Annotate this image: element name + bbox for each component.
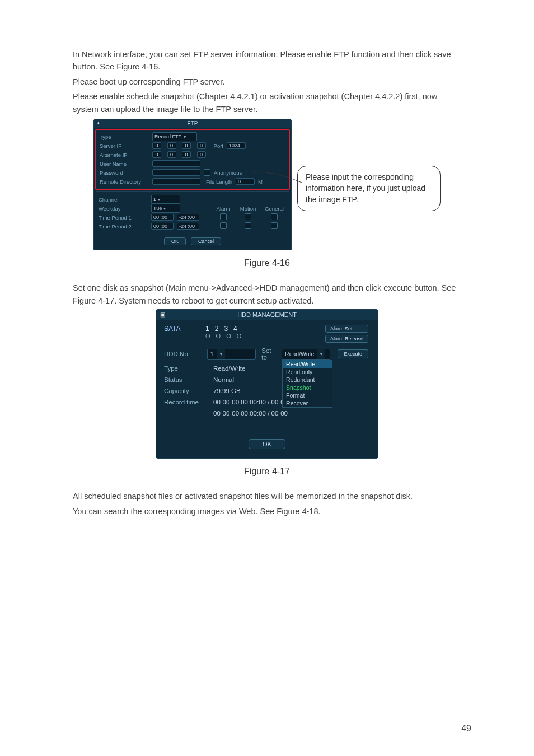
record-time-label: Record time <box>164 399 208 405</box>
user-name-label: User Name <box>100 161 149 167</box>
status-value: Normal <box>213 376 234 383</box>
tp1-alarm-checkbox[interactable] <box>220 213 227 220</box>
hdd-management-dialog: ▣ HDD MANAGEMENT SATA 1234 OOOO Al <box>156 309 378 459</box>
channel-select[interactable]: 1 <box>151 195 180 204</box>
password-input[interactable] <box>152 169 200 176</box>
server-ip-label: Server IP <box>100 143 149 149</box>
paragraph: Please boot up corresponding FTP server. <box>73 76 461 88</box>
sata-status-row: OOOO <box>205 333 247 339</box>
server-ip-octet-4[interactable]: 0 <box>197 142 206 149</box>
type-select[interactable]: Record FTP <box>152 132 197 141</box>
hdd-title-text: HDD MANAGEMENT <box>237 311 297 318</box>
set-to-dropdown[interactable]: Read/Write Read only Redundant Snapshot … <box>282 360 332 408</box>
ok-button[interactable]: OK <box>164 237 186 245</box>
weekday-select[interactable]: Tue <box>151 204 180 213</box>
figure-caption-4-17: Figure 4-17 <box>73 466 461 477</box>
tp1-from-input[interactable]: 00 :00 <box>151 214 174 221</box>
ftp-title-text: FTP <box>188 120 198 127</box>
tp2-alarm-checkbox[interactable] <box>220 222 227 229</box>
alt-ip-octet-2[interactable]: 0 <box>167 151 176 158</box>
port-input[interactable]: 1024 <box>227 142 246 149</box>
page-number: 49 <box>461 724 471 734</box>
hdd-icon: ▣ <box>158 311 166 318</box>
tp2-from-input[interactable]: 00 :00 <box>151 223 174 230</box>
type-label: Type <box>100 134 149 140</box>
cancel-button[interactable]: Cancel <box>191 237 221 245</box>
dropdown-option-snapshot[interactable]: Snapshot <box>283 384 332 391</box>
paragraph: You can search the corresponding images … <box>73 505 461 517</box>
password-label: Password <box>100 170 149 176</box>
capacity-value: 79.99 GB <box>213 388 241 394</box>
alarm-release-button[interactable]: Alarm Release <box>325 335 368 343</box>
figure-4-17: ▣ HDD MANAGEMENT SATA 1234 OOOO Al <box>73 309 461 459</box>
port-label: Port <box>214 143 223 149</box>
tp2-general-checkbox[interactable] <box>271 222 278 229</box>
alarm-set-button[interactable]: Alarm Set <box>325 325 368 333</box>
channel-label: Channel <box>99 197 148 203</box>
hdd-no-label: HDD No. <box>164 351 202 357</box>
figure-4-16: ✦ FTP Type Record FTP Server IP 0. 0. 0.… <box>73 119 461 250</box>
callout-annotation: Please input the corresponding informati… <box>297 166 441 211</box>
dropdown-option[interactable]: Recover <box>283 399 332 407</box>
alternate-ip-label: Alternate IP <box>100 152 149 158</box>
alarm-column: Alarm <box>213 206 234 212</box>
tp2-to-input[interactable]: -24 :00 <box>177 223 199 230</box>
figure-caption-4-16: Figure 4-16 <box>73 258 461 268</box>
status-label: Status <box>164 376 208 383</box>
server-ip-octet-3[interactable]: 0 <box>182 142 191 149</box>
time-period-1-label: Time Period 1 <box>99 214 148 221</box>
dropdown-option[interactable]: Redundant <box>283 376 332 384</box>
file-length-input[interactable]: 0 <box>236 178 255 185</box>
type-value: Read/Write <box>213 365 245 372</box>
time-period-2-label: Time Period 2 <box>99 223 148 230</box>
record-time-value-2: 00-00-00 00:00:00 / 00-00 <box>213 410 288 417</box>
ok-button[interactable]: OK <box>249 439 285 449</box>
tp1-motion-checkbox[interactable] <box>245 213 251 220</box>
tp2-motion-checkbox[interactable] <box>245 222 251 229</box>
capacity-label: Capacity <box>164 388 208 394</box>
anonymous-checkbox[interactable] <box>204 169 210 176</box>
set-to-select[interactable]: Read/Write▾ Read/Write Read only Redunda… <box>282 349 330 360</box>
tp1-general-checkbox[interactable] <box>271 213 278 220</box>
user-name-input[interactable] <box>152 160 200 167</box>
dropdown-option[interactable]: Format <box>283 391 332 399</box>
paragraph: Set one disk as snapshot (Main menu->Adv… <box>73 282 461 307</box>
record-time-value-1: 00-00-00 00:00:00 / 00-00 <box>213 399 288 405</box>
server-ip-octet-2[interactable]: 0 <box>167 142 176 149</box>
dropdown-option[interactable]: Read only <box>283 368 332 376</box>
type-label: Type <box>164 365 208 372</box>
remote-directory-label: Remote Directory <box>100 179 149 185</box>
sata-column-numbers: 1234 <box>205 325 247 333</box>
motion-column: Motion <box>237 206 259 212</box>
weekday-label: Weekday <box>99 206 148 212</box>
network-icon: ✦ <box>96 120 101 126</box>
hdd-no-select[interactable]: 1▾ <box>207 349 256 360</box>
execute-button[interactable]: Execute <box>338 349 368 358</box>
anonymous-label: Anonymous <box>214 170 242 176</box>
paragraph: In Network interface, you can set FTP se… <box>73 48 461 73</box>
set-to-label: Set to <box>261 347 276 361</box>
alt-ip-octet-4[interactable]: 0 <box>197 151 206 158</box>
remote-directory-input[interactable] <box>152 178 200 185</box>
alt-ip-octet-3[interactable]: 0 <box>182 151 191 158</box>
ftp-dialog-title: ✦ FTP <box>94 119 291 128</box>
tp1-to-input[interactable]: -24 :00 <box>177 214 199 221</box>
general-column: General <box>262 206 287 212</box>
paragraph: All scheduled snapshot files or activate… <box>73 490 461 502</box>
hdd-dialog-title: ▣ HDD MANAGEMENT <box>156 310 378 320</box>
callout-text: Please input the corresponding informati… <box>297 166 441 211</box>
server-ip-octet-1[interactable]: 0 <box>152 142 161 149</box>
paragraph: Please enable schedule snapshot (Chapter… <box>73 90 461 115</box>
sata-label: SATA <box>164 325 198 333</box>
file-length-label: File Length <box>206 179 232 185</box>
dropdown-option[interactable]: Read/Write <box>283 360 332 368</box>
alt-ip-octet-1[interactable]: 0 <box>152 151 161 158</box>
